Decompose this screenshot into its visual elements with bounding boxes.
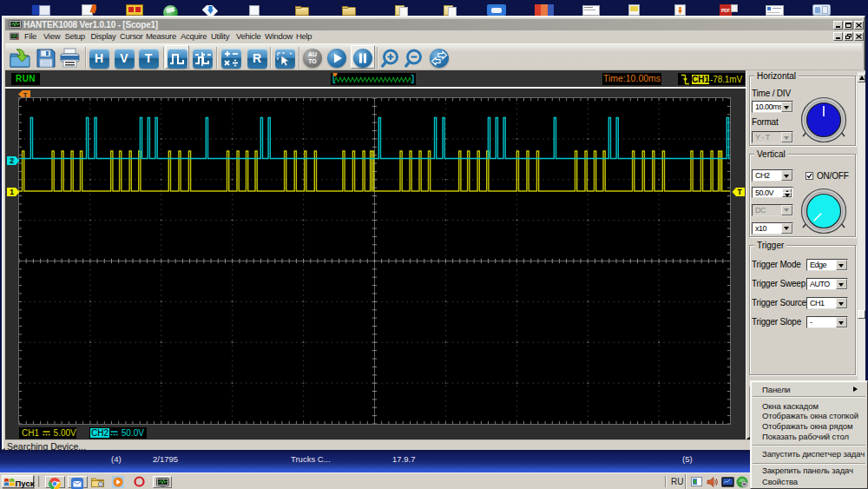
svg-text:1: 1 <box>10 188 14 196</box>
svg-text:T: T <box>737 188 742 196</box>
svg-text:2: 2 <box>10 156 14 165</box>
